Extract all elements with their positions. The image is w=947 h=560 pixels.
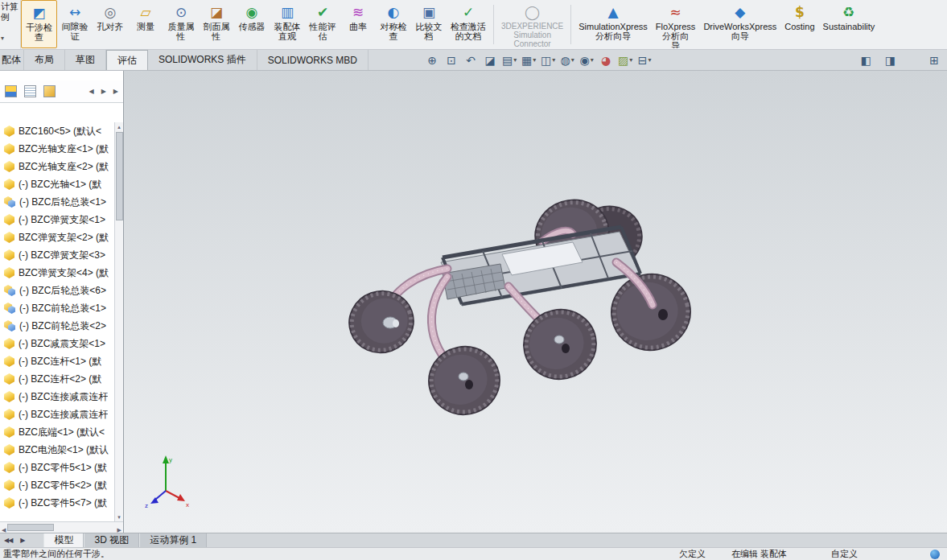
sustainability-button[interactable]: Sustainability: [819, 0, 879, 48]
tab-layout[interactable]: 布局: [24, 50, 65, 70]
tree-item[interactable]: (-) BZC连杆<2> (默: [0, 370, 114, 388]
tab-sketch[interactable]: 草图: [65, 50, 106, 70]
annotation-views-icon[interactable]: [500, 52, 518, 68]
tree-item[interactable]: (-) BZC连接减震连杆: [0, 388, 114, 406]
tree-item[interactable]: BZC电池架<1> (默认: [0, 441, 114, 459]
featuremanager-tab-icon[interactable]: [5, 85, 17, 97]
tree-item[interactable]: (-) BZC零件5<2> (默: [0, 476, 114, 494]
tree-item[interactable]: (-) BZC弹簧支架<3>: [0, 246, 114, 264]
clearance-verification-button[interactable]: 间隙验 证: [57, 0, 93, 48]
hide-show-items-icon[interactable]: [578, 52, 595, 68]
tree-items: BZC160<5> (默认< BZC光轴支座<1> (默 BZC光轴支座<2> …: [0, 122, 123, 512]
tree-item[interactable]: (-) BZC前轮总装<2>: [0, 317, 114, 335]
tree-vertical-scrollbar[interactable]: [114, 122, 123, 521]
tree-item[interactable]: BZC底端<1> (默认<: [0, 423, 114, 441]
propertymanager-tab-icon[interactable]: [24, 85, 36, 97]
scroll-up-icon[interactable]: [117, 122, 121, 131]
tree-item[interactable]: (-) BZC连接减震连杆: [0, 406, 114, 423]
tab-solidworks-addins[interactable]: SOLIDWORKS 插件: [148, 50, 257, 70]
check-active-document-button[interactable]: 检查激活 的文档: [447, 0, 490, 48]
symmetry-check-button[interactable]: 对称检 查: [376, 0, 411, 48]
3dexperience-simulation-connector-button[interactable]: 3DEXPERIENCE Simulation Connector: [497, 0, 567, 48]
assembly-icon: [4, 320, 15, 331]
status-custom[interactable]: 自定义: [831, 548, 858, 560]
tree-item[interactable]: (-) BZC弹簧支架<1>: [0, 211, 114, 229]
scrollbar-thumb[interactable]: [7, 524, 54, 531]
previous-view-icon[interactable]: [462, 52, 480, 68]
costing-icon: [789, 2, 810, 22]
xpress-tools-group: SimulationXpress 分析向导 FloXpress 分析向 导 Dr…: [574, 0, 879, 49]
tab-motion-study-1[interactable]: 运动算例 1: [139, 533, 207, 547]
part-icon: [4, 356, 14, 367]
tree-item[interactable]: BZC光轴支座<2> (默: [0, 158, 114, 175]
tree-item[interactable]: (-) BZC后轮总装<6>: [0, 282, 114, 299]
tab-3d-views[interactable]: 3D 视图: [84, 533, 139, 547]
zoom-area-icon[interactable]: [443, 52, 460, 68]
zoom-fit-icon[interactable]: [423, 52, 441, 68]
tree-horizontal-scrollbar[interactable]: [0, 521, 123, 533]
tab-scroll-right-icon[interactable]: [16, 533, 29, 547]
apply-scene-icon[interactable]: [616, 52, 634, 68]
configurationmanager-tab-icon[interactable]: [43, 85, 56, 97]
symmetry-check-icon: [383, 2, 404, 22]
simulationxpress-wizard-button[interactable]: SimulationXpress 分析向导: [574, 0, 652, 48]
curvature-button[interactable]: 曲率: [340, 0, 376, 48]
tab-evaluate[interactable]: 评估: [106, 50, 148, 70]
panel-back-arrow-icon[interactable]: [89, 88, 94, 95]
tree-item[interactable]: BZC弹簧支架<2> (默: [0, 229, 114, 246]
panel-tab-bar: [0, 80, 123, 103]
tree-item[interactable]: (-) BZC减震支架<1>: [0, 335, 114, 352]
status-edit-state: 在编辑 装配体: [731, 548, 787, 560]
view-orientation-icon[interactable]: [539, 52, 557, 68]
driveworksxpress-wizard-button[interactable]: DriveWorksXpress 向导: [699, 0, 780, 48]
svg-text:y: y: [169, 456, 172, 463]
tree-item[interactable]: (-) BZC零件5<7> (默: [0, 494, 114, 512]
floxpress-wizard-button[interactable]: FloXpress 分析向 导: [652, 0, 700, 48]
panel-forward-arrow-icon[interactable]: [101, 88, 106, 95]
graphics-viewport[interactable]: z x y: [124, 71, 947, 533]
tab-model[interactable]: 模型: [43, 533, 84, 547]
view-settings-icon[interactable]: [636, 52, 653, 68]
tree-item[interactable]: (-) BZC连杆<1> (默: [0, 352, 114, 370]
hole-alignment-button[interactable]: 孔对齐: [93, 0, 128, 48]
part-icon: [4, 497, 14, 509]
view-selector-icon[interactable]: [520, 52, 537, 68]
tree-item[interactable]: (-) BZC后轮总装<1>: [0, 193, 114, 211]
mass-properties-button[interactable]: 质量属 性: [163, 0, 199, 48]
tree-item[interactable]: BZC弹簧支架<4> (默: [0, 264, 114, 282]
compare-documents-icon: [418, 2, 439, 22]
compare-documents-button[interactable]: 比较文 档: [411, 0, 447, 48]
interference-check-button[interactable]: 干涉检 查: [21, 0, 57, 48]
status-globe-icon[interactable]: [930, 550, 940, 559]
display-style-icon[interactable]: [558, 52, 576, 68]
scrollbar-thumb[interactable]: [116, 132, 123, 220]
tree-item[interactable]: (-) BZC前轮总装<1>: [0, 299, 114, 317]
evaluate-tools-group: 干涉检 查 间隙验 证 孔对齐 测量 质量属 性: [21, 0, 490, 49]
panel-flyout-arrow-icon[interactable]: [113, 88, 118, 95]
measure-button[interactable]: 测量: [128, 0, 163, 48]
tree-top-spacer: [0, 103, 123, 122]
assembly-visualization-button[interactable]: 装配体 直观: [270, 0, 305, 48]
status-bar: 重零部件之间的任何干涉。 欠定义 在编辑 装配体 自定义: [0, 547, 947, 560]
section-view-icon[interactable]: [481, 52, 499, 68]
tree-item[interactable]: (-) BZC零件5<1> (默: [0, 459, 114, 476]
tree-item[interactable]: BZC160<5> (默认<: [0, 122, 114, 140]
part-icon: [4, 232, 14, 243]
show-right-pane-icon[interactable]: [881, 52, 899, 68]
curvature-icon: [348, 2, 369, 22]
section-properties-button[interactable]: 剖面属 性: [199, 0, 234, 48]
sensors-button[interactable]: 传感器: [234, 0, 270, 48]
tree-item[interactable]: (-) BZC光轴<1> (默: [0, 175, 114, 193]
part-icon: [4, 444, 14, 455]
ribbon-cut-button[interactable]: 计算 例: [0, 0, 21, 49]
tree-item[interactable]: BZC光轴支座<1> (默: [0, 140, 114, 158]
performance-evaluation-button[interactable]: 性能评 估: [305, 0, 340, 48]
tab-assembly[interactable]: 配体: [0, 50, 24, 70]
costing-button[interactable]: Costing: [780, 0, 818, 48]
collapse-ribbon-icon[interactable]: [905, 52, 939, 68]
show-left-pane-icon[interactable]: [857, 52, 875, 68]
scroll-down-icon[interactable]: [117, 513, 121, 521]
edit-appearance-icon[interactable]: [597, 52, 615, 68]
tab-solidworks-mbd[interactable]: SOLIDWORKS MBD: [257, 50, 369, 70]
tab-scroll-start-icon[interactable]: [0, 533, 16, 547]
